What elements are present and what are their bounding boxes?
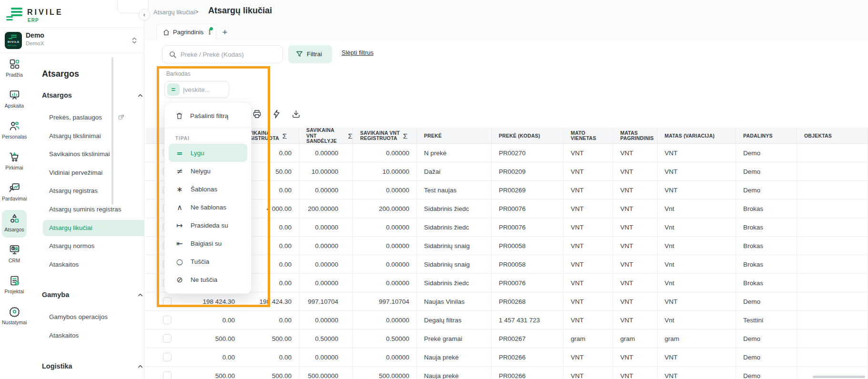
sidebar-item-atsarg-suminis-registras[interactable]: Atsargų suminis registras xyxy=(43,201,148,218)
filter-type-option-lygu[interactable]: =Lygu xyxy=(169,144,247,162)
table-row: 198 424.30198 424.30997.10704997.10704Na… xyxy=(146,292,868,311)
row-checkbox[interactable] xyxy=(163,353,172,361)
printer-icon[interactable] xyxy=(252,109,262,120)
cell xyxy=(797,311,868,329)
company-switcher[interactable]: RIVILEERP demo Demo DemoX xyxy=(0,28,144,53)
sidebar-item-ataskaitos[interactable]: Ataskaitos xyxy=(43,328,148,344)
cell: Sidabrinių snaig xyxy=(417,255,492,273)
rail-item-label: Projektai xyxy=(2,289,27,294)
table-row: 0.000.000000.00000Sidabrinis žiedcPR0007… xyxy=(146,218,868,237)
breadcrumb-parent[interactable]: Atsargų likučiai xyxy=(153,9,195,16)
rail-item-prad-ia[interactable]: Pradžia xyxy=(2,55,27,83)
column-header-mato-vienetas[interactable]: MATOVIENETAS xyxy=(564,128,613,144)
table-row: 0.000.000.000000.00000Degalų filtras1 45… xyxy=(146,311,868,329)
filter-type-option-nelygu[interactable]: ≠Nelygu xyxy=(169,162,247,180)
cell: VNT xyxy=(657,348,736,366)
asterisk-icon: ∗ xyxy=(174,185,185,194)
rivile-logo-icon xyxy=(6,7,22,21)
rail-item-pirkimai[interactable]: Pirkimai xyxy=(2,148,27,176)
rail-item-crm[interactable]: CRM xyxy=(2,241,27,269)
hide-filters-link[interactable]: Slėpti filtrus xyxy=(342,49,373,56)
horizontal-scrollbar[interactable] xyxy=(813,376,865,378)
menu-section-gamyba[interactable]: Gamyba xyxy=(42,291,132,299)
column-header-matas-pagrindinis[interactable]: MATASPAGRINDINIS xyxy=(613,128,657,144)
filter-type-dropdown: Pašalinti filtrąTIPAI=Lygu≠Nelygu∗Šablon… xyxy=(164,102,252,294)
filter-type-option-baigiasi-su[interactable]: ⇤Baigiasi su xyxy=(169,234,247,252)
row-checkbox-cell xyxy=(146,348,174,366)
cell: 0.00000 xyxy=(353,311,417,329)
rail-item-pardavimai[interactable]: Pardavimai xyxy=(2,179,27,207)
filters-button[interactable]: Filtrai xyxy=(288,45,332,63)
cell: VNT xyxy=(613,237,657,255)
sidebar-scrollbar[interactable] xyxy=(111,57,113,205)
sidebar-collapse-button[interactable]: ‹ xyxy=(139,9,150,20)
sidebar-item-savikainos-tikslinimai[interactable]: Savikainos tikslinimai xyxy=(43,146,148,162)
filter-type-option-ablonas[interactable]: ∗Šablonas xyxy=(169,180,247,198)
rail-item-personalas[interactable]: Personalas xyxy=(2,117,27,145)
operator-chip[interactable]: = xyxy=(167,83,180,96)
sidebar-item-atsarg-normos[interactable]: Atsargų normos xyxy=(43,238,148,254)
cell: 198 424.30 xyxy=(242,292,299,310)
rail-item-projektai[interactable]: Projektai xyxy=(2,272,27,299)
equals-icon: = xyxy=(174,149,185,158)
sidebar-item-label: Atsargų registras xyxy=(49,187,98,194)
lightning-icon[interactable] xyxy=(272,109,282,120)
rail-item-label: CRM xyxy=(2,258,27,263)
table-row: 0.000.000000.00000Sidabrinių snaigPR0005… xyxy=(146,237,868,255)
column-header-savikaina-vnt-registruota[interactable]: SAVIKAINA VNTREGISTRUOTAΣ xyxy=(353,128,417,144)
rail-item-apskaita[interactable]: Apskaita xyxy=(2,86,27,114)
cell: Testtini xyxy=(736,311,797,329)
row-checkbox[interactable] xyxy=(163,334,172,343)
row-checkbox[interactable] xyxy=(163,297,172,306)
row-checkbox-cell xyxy=(146,329,174,348)
download-icon[interactable] xyxy=(291,109,302,120)
sidebar-item-atsarg-tikslinimai[interactable]: Atsargų tikslinimai xyxy=(43,128,148,144)
sum-sigma-icon[interactable]: Σ xyxy=(283,133,287,139)
sidebar-item-gamybos-operacijos[interactable]: Gamybos operacijos xyxy=(43,309,148,325)
cell: 0.00 xyxy=(242,348,299,366)
barcode-filter-input: = xyxy=(164,81,229,98)
sum-sigma-icon[interactable]: Σ xyxy=(403,133,407,139)
sidebar-item-atsarg-liku-iai[interactable]: Atsargų likučiai xyxy=(43,220,148,236)
cell: VNT xyxy=(613,367,657,379)
row-checkbox[interactable] xyxy=(163,316,172,324)
trash-icon xyxy=(175,112,183,120)
remove-filter-item[interactable]: Pašalinti filtrą xyxy=(169,107,247,125)
rail-item-nustatymai[interactable]: Nustatymai xyxy=(2,303,27,330)
barcode-field[interactable] xyxy=(183,82,227,97)
rail-item-label: Nustatymai xyxy=(2,319,27,325)
cell: VNT xyxy=(564,292,613,310)
column-header-padalinys[interactable]: PADALINYS xyxy=(736,128,797,144)
tab-label: Pagrindinis xyxy=(173,29,203,36)
tab-pagrindinis[interactable]: Pagrindinis ⋮ xyxy=(156,24,216,40)
filter-type-option-tu-ia[interactable]: ○Tuščia xyxy=(169,252,247,270)
search-input[interactable] xyxy=(181,46,278,62)
menu-section-logistika[interactable]: Logistika xyxy=(42,362,132,370)
rail-item-atsargos[interactable]: Atsargos xyxy=(2,210,27,238)
filter-type-option-prasideda-su[interactable]: ↦Prasideda su xyxy=(169,216,247,234)
column-header-savikaina-vnt-sand-lyje[interactable]: SAVIKAINA VNTSANDĖLYJEΣ xyxy=(299,128,353,144)
cell: VNT xyxy=(613,255,657,273)
cell xyxy=(797,292,868,310)
cell: Sidabrinis žiedc xyxy=(417,218,492,236)
row-checkbox[interactable] xyxy=(163,371,172,379)
filter-type-option-ne-ablonas[interactable]: ∧Ne šablonas xyxy=(169,198,247,216)
column-header-objektas[interactable]: OBJEKTAS xyxy=(797,128,868,144)
cell: VNT xyxy=(613,274,657,292)
column-header-matas-variacija[interactable]: MATAS (VARIACIJA) xyxy=(657,128,736,144)
company-switch-icon[interactable] xyxy=(130,36,139,45)
column-header-prek-kodas[interactable]: PREKĖ (KODAS) xyxy=(492,128,564,144)
filter-type-option-ne-tu-ia[interactable]: ⊘Ne tuščia xyxy=(169,270,247,289)
sum-sigma-icon[interactable]: Σ xyxy=(348,133,353,139)
sidebar-item-prek-s-paslaugos[interactable]: Prekės, paslaugos xyxy=(43,110,148,126)
sidebar-item-atsarg-registras[interactable]: Atsargų registras xyxy=(43,183,148,199)
menu-section-label: Gamyba xyxy=(42,291,69,299)
not-empty-icon: ⊘ xyxy=(174,275,185,284)
menu-section-atsargos[interactable]: Atsargos xyxy=(42,91,132,99)
sidebar-item-vidiniai-perve-imai[interactable]: Vidiniai pervežimai xyxy=(43,165,148,181)
sidebar-item-ataskaitos[interactable]: Ataskaitos xyxy=(43,257,148,273)
cell: Sidabrinių snaig xyxy=(417,237,492,255)
add-tab-button[interactable]: + xyxy=(218,26,232,40)
column-header-prek[interactable]: PREKĖ xyxy=(417,128,492,144)
sidebar-item-label: Savikainos tikslinimai xyxy=(49,150,110,158)
